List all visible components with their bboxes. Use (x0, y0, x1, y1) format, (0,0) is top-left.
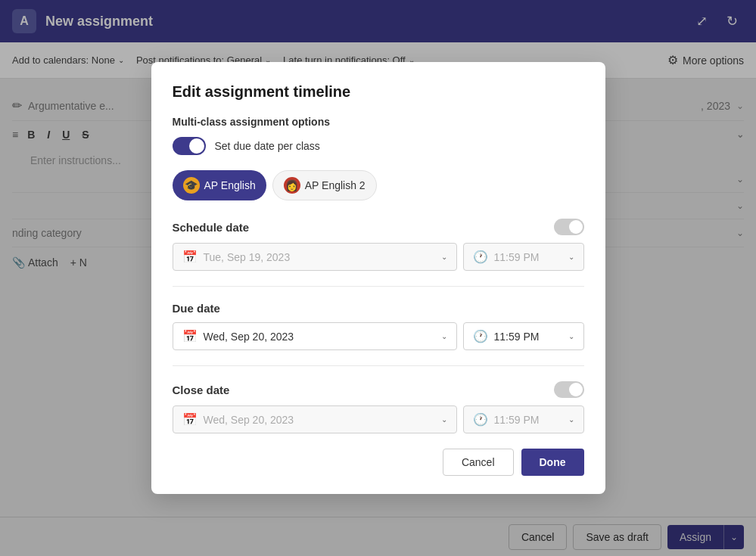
toggle-label: Set due date per class (215, 140, 320, 152)
toggle-row: Set due date per class (173, 137, 584, 155)
due-time-chevron: ⌄ (568, 332, 574, 340)
schedule-date-header: Schedule date (173, 219, 584, 235)
modal-overlay: Edit assignment timeline Multi-class ass… (0, 0, 756, 556)
divider-2 (173, 365, 584, 366)
toggle-knob (189, 138, 204, 154)
due-calendar-icon: 📅 (182, 329, 198, 343)
schedule-date-value: Tue, Sep 19, 2023 (204, 251, 435, 263)
ap-english-2-avatar: 👩 (284, 177, 300, 194)
clock-icon: 🕐 (473, 250, 488, 264)
calendar-icon: 📅 (182, 250, 198, 264)
schedule-date-input[interactable]: 📅 Tue, Sep 19, 2023 ⌄ (173, 243, 457, 271)
class-tab-ap-english[interactable]: 🎓 AP English (173, 170, 266, 200)
modal-done-button[interactable]: Done (521, 449, 584, 476)
due-time-input[interactable]: 🕐 11:59 PM ⌄ (463, 322, 584, 350)
ap-english-label: AP English (204, 179, 256, 191)
due-date-section: Due date 📅 Wed, Sep 20, 2023 ⌄ 🕐 11:59 P… (173, 302, 584, 350)
schedule-date-toggle[interactable] (554, 219, 584, 235)
close-date-section: Close date 📅 Wed, Sep 20, 2023 ⌄ 🕐 11:59… (173, 381, 584, 433)
close-date-chevron: ⌄ (441, 415, 447, 424)
due-date-header: Due date (173, 302, 584, 315)
close-date-value: Wed, Sep 20, 2023 (204, 414, 435, 426)
close-clock-icon: 🕐 (473, 412, 488, 427)
close-date-input-row: 📅 Wed, Sep 20, 2023 ⌄ 🕐 11:59 PM ⌄ (173, 405, 584, 433)
due-date-input-row: 📅 Wed, Sep 20, 2023 ⌄ 🕐 11:59 PM ⌄ (173, 322, 584, 350)
due-clock-icon: 🕐 (473, 329, 488, 343)
schedule-date-chevron: ⌄ (441, 253, 447, 261)
schedule-time-input[interactable]: 🕐 11:59 PM ⌄ (463, 243, 584, 271)
set-due-date-toggle[interactable] (173, 137, 206, 155)
schedule-time-chevron: ⌄ (568, 253, 574, 261)
ap-english-2-label: AP English 2 (305, 179, 366, 191)
close-date-input[interactable]: 📅 Wed, Sep 20, 2023 ⌄ (173, 405, 457, 433)
close-date-title: Close date (173, 384, 230, 396)
close-toggle-knob (569, 383, 583, 396)
multi-class-label: Multi-class assignment options (173, 116, 584, 128)
class-tabs: 🎓 AP English 👩 AP English 2 (173, 170, 584, 200)
schedule-date-input-row: 📅 Tue, Sep 19, 2023 ⌄ 🕐 11:59 PM ⌄ (173, 243, 584, 271)
schedule-toggle-knob (569, 220, 583, 234)
edit-assignment-timeline-modal: Edit assignment timeline Multi-class ass… (151, 62, 605, 494)
ap-english-avatar: 🎓 (183, 177, 200, 194)
schedule-time-value: 11:59 PM (494, 251, 562, 263)
close-time-value: 11:59 PM (494, 414, 562, 426)
close-time-input[interactable]: 🕐 11:59 PM ⌄ (463, 405, 584, 433)
modal-footer: Cancel Done (173, 449, 584, 476)
close-calendar-icon: 📅 (182, 412, 198, 427)
due-date-value: Wed, Sep 20, 2023 (204, 331, 435, 343)
schedule-date-title: Schedule date (173, 221, 250, 234)
modal-title: Edit assignment timeline (173, 83, 584, 101)
due-date-input[interactable]: 📅 Wed, Sep 20, 2023 ⌄ (173, 322, 457, 350)
class-tab-ap-english-2[interactable]: 👩 AP English 2 (272, 170, 377, 200)
due-time-value: 11:59 PM (494, 331, 562, 343)
due-date-title: Due date (173, 302, 220, 315)
due-date-chevron: ⌄ (441, 332, 447, 340)
close-date-toggle[interactable] (554, 381, 584, 398)
schedule-date-section: Schedule date 📅 Tue, Sep 19, 2023 ⌄ 🕐 11… (173, 219, 584, 271)
modal-cancel-button[interactable]: Cancel (443, 449, 514, 476)
close-date-header: Close date (173, 381, 584, 398)
divider-1 (173, 286, 584, 287)
close-time-chevron: ⌄ (568, 415, 574, 424)
